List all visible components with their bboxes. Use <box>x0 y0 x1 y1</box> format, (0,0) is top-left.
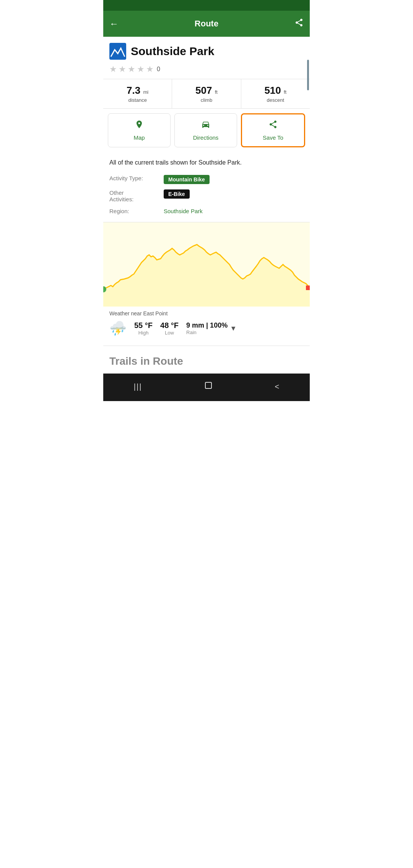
save-icon <box>268 120 278 131</box>
stat-distance: 7.3 mi distance <box>103 79 172 108</box>
climb-value: 507 ft <box>175 85 237 96</box>
directions-icon <box>201 120 210 131</box>
info-table: Activity Type: Mountain Bike OtherActivi… <box>103 170 310 219</box>
status-bar <box>103 0 310 11</box>
stats-row: 7.3 mi distance 507 ft climb 510 ft desc… <box>103 79 310 109</box>
weather-section: Weather near East Point ⛈️ 55 °F High 48… <box>103 307 310 343</box>
star-5: ★ <box>146 64 154 74</box>
activity-type-label: Activity Type: <box>109 175 159 181</box>
other-activities-label: OtherActivities: <box>109 189 159 202</box>
weather-title: Weather near East Point <box>109 310 304 317</box>
directions-label: Directions <box>193 134 219 141</box>
low-temp-label: Low <box>165 330 174 336</box>
low-temp-value: 48 °F <box>160 321 179 330</box>
weather-icon: ⛈️ <box>109 320 127 336</box>
map-button[interactable]: Map <box>108 113 171 147</box>
end-dot <box>306 286 310 290</box>
nav-home-icon[interactable] <box>203 380 214 393</box>
directions-button[interactable]: Directions <box>174 113 237 147</box>
svg-rect-0 <box>109 43 126 60</box>
rating-count: 0 <box>157 66 160 73</box>
star-4: ★ <box>137 64 145 74</box>
save-label: Save To <box>263 134 283 141</box>
star-3: ★ <box>128 64 135 74</box>
back-button[interactable]: ← <box>109 18 119 29</box>
elevation-chart <box>103 222 310 307</box>
park-name-section: Southside Park <box>103 37 310 63</box>
action-row: Map Directions Save To <box>103 109 310 152</box>
save-to-button[interactable]: Save To <box>241 113 305 147</box>
nav-bar: ||| < <box>103 374 310 401</box>
park-logo <box>109 43 126 60</box>
section-divider <box>103 346 310 346</box>
rating-row: ★ ★ ★ ★ ★ 0 <box>103 63 310 79</box>
descent-unit: ft <box>284 89 286 95</box>
main-content: Southside Park ★ ★ ★ ★ ★ 0 7.3 mi distan… <box>103 37 310 370</box>
park-title: Southside Park <box>131 45 214 58</box>
low-temp-block: 48 °F Low <box>160 321 179 336</box>
region-row: Region: Southside Park <box>109 208 304 214</box>
region-value[interactable]: Southside Park <box>164 208 203 214</box>
region-label: Region: <box>109 208 159 214</box>
distance-value: 7.3 mi <box>106 85 169 96</box>
rain-block: 9 mm | 100% Rain ▼ <box>186 321 237 335</box>
map-label: Map <box>133 134 145 141</box>
nav-menu-icon[interactable]: ||| <box>134 382 142 391</box>
activity-type-row: Activity Type: Mountain Bike <box>109 175 304 184</box>
scroll-indicator <box>307 60 309 90</box>
high-temp-block: 55 °F High <box>134 321 153 336</box>
other-activities-value: E-Bike <box>164 189 190 199</box>
high-temp-value: 55 °F <box>134 321 153 330</box>
trails-heading: Trails in Route <box>103 349 310 370</box>
stat-descent: 510 ft descent <box>241 79 310 108</box>
high-temp-label: High <box>138 330 149 336</box>
distance-unit: mi <box>143 89 148 95</box>
descent-label: descent <box>244 97 307 103</box>
weather-row: ⛈️ 55 °F High 48 °F Low 9 mm | 100% Rain… <box>109 320 304 336</box>
weather-dropdown-arrow[interactable]: ▼ <box>230 325 237 333</box>
page-title: Route <box>195 19 218 29</box>
stat-climb: 507 ft climb <box>172 79 241 108</box>
share-button[interactable] <box>294 18 304 29</box>
elevation-section <box>103 222 310 307</box>
description-text: All of the current trails shown for Sout… <box>103 152 310 170</box>
rain-value: 9 mm | 100% <box>186 321 228 329</box>
climb-unit: ft <box>215 89 218 95</box>
descent-value: 510 ft <box>244 85 307 96</box>
rain-label: Rain <box>186 330 228 335</box>
map-icon <box>135 120 144 131</box>
distance-label: distance <box>106 97 169 103</box>
svg-rect-1 <box>205 382 211 388</box>
nav-back-icon[interactable]: < <box>275 382 280 391</box>
star-2: ★ <box>119 64 126 74</box>
activity-type-value: Mountain Bike <box>164 175 210 184</box>
climb-label: climb <box>175 97 237 103</box>
star-1: ★ <box>109 64 117 74</box>
other-activities-row: OtherActivities: E-Bike <box>109 189 304 202</box>
app-header: ← Route <box>103 11 310 37</box>
